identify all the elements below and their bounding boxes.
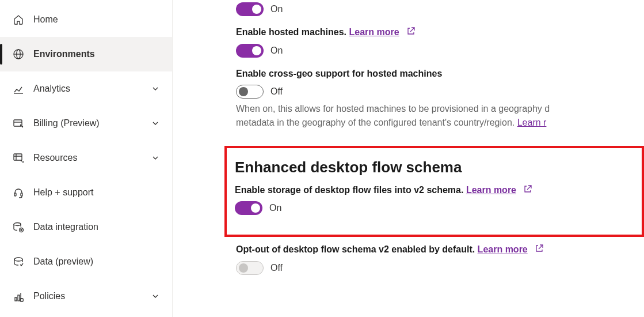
external-link-icon xyxy=(406,27,416,39)
sidebar-item-label: Environments xyxy=(33,49,159,59)
sidebar-item-help[interactable]: Help + support xyxy=(0,175,172,210)
highlighted-section: Enhanced desktop flow schema Enable stor… xyxy=(224,146,644,237)
setting-description: When on, this allows for hosted machines… xyxy=(236,102,644,130)
toggle-v2-schema[interactable] xyxy=(235,201,262,215)
learn-more-link[interactable]: Learn more xyxy=(466,185,516,195)
sidebar-item-label: Home xyxy=(33,14,159,25)
sidebar-item-label: Resources xyxy=(33,153,151,163)
data-preview-icon xyxy=(13,256,24,267)
sidebar-item-resources[interactable]: Resources xyxy=(0,141,172,175)
sidebar-item-billing[interactable]: Billing (Preview) xyxy=(0,106,172,141)
toggle-optout-v2 xyxy=(236,261,264,275)
chevron-down-icon xyxy=(151,119,159,127)
toggle-state-label: On xyxy=(270,4,283,14)
svg-point-10 xyxy=(14,223,21,226)
toggle-state-label: On xyxy=(269,203,281,213)
chevron-down-icon xyxy=(151,85,159,93)
svg-rect-5 xyxy=(14,154,22,160)
setting-label: Enable cross-geo support for hosted mach… xyxy=(236,68,644,80)
external-link-icon xyxy=(535,244,544,256)
setting-v2-schema: Enable storage of desktop flow files int… xyxy=(235,184,634,216)
toggle-state-label: On xyxy=(270,46,283,56)
resources-icon xyxy=(13,152,24,164)
svg-rect-9 xyxy=(21,193,22,196)
setting-row: On xyxy=(236,2,644,16)
setting-optout-v2: Opt-out of desktop flow schema v2 enable… xyxy=(236,244,644,275)
toggle-hosted-machines[interactable] xyxy=(236,44,264,58)
globe-icon xyxy=(13,48,24,60)
chevron-down-icon xyxy=(151,292,159,300)
learn-more-link[interactable]: Learn r xyxy=(517,118,547,127)
toggle-switch[interactable] xyxy=(236,2,264,16)
sidebar-item-home[interactable]: Home xyxy=(0,2,172,37)
sidebar-item-label: Policies xyxy=(33,291,151,301)
svg-point-12 xyxy=(14,258,22,261)
main-content: On Enable hosted machines. Learn more On… xyxy=(173,0,644,317)
svg-point-7 xyxy=(22,161,24,163)
toggle-state-label: Off xyxy=(270,263,283,273)
sidebar-item-policies[interactable]: Policies xyxy=(0,279,172,314)
sidebar-item-label: Billing (Preview) xyxy=(33,118,151,129)
svg-rect-14 xyxy=(18,295,20,301)
analytics-icon xyxy=(13,83,24,95)
billing-icon xyxy=(13,118,24,129)
toggle-state-label: Off xyxy=(270,86,283,97)
data-integration-icon xyxy=(13,221,24,233)
sidebar: Home Environments Analytics Billing (Pre… xyxy=(0,0,173,317)
learn-more-link[interactable]: Learn more xyxy=(349,27,399,37)
svg-rect-8 xyxy=(14,193,16,196)
sidebar-item-label: Help + support xyxy=(33,187,159,198)
svg-point-6 xyxy=(21,160,22,161)
setting-label: Opt-out of desktop flow schema v2 enable… xyxy=(236,244,644,256)
setting-label: Enable storage of desktop flow files int… xyxy=(235,184,634,197)
svg-rect-13 xyxy=(15,297,17,301)
sidebar-item-data-integration[interactable]: Data integration xyxy=(0,210,172,244)
sidebar-item-label: Data integration xyxy=(33,222,159,232)
svg-point-4 xyxy=(22,126,23,127)
setting-hosted-machines: Enable hosted machines. Learn more On xyxy=(236,27,644,58)
sidebar-item-data-preview[interactable]: Data (preview) xyxy=(0,244,172,279)
sidebar-item-label: Analytics xyxy=(33,84,151,94)
sidebar-item-environments[interactable]: Environments xyxy=(0,37,172,71)
chevron-down-icon xyxy=(151,154,159,162)
sidebar-item-analytics[interactable]: Analytics xyxy=(0,71,172,106)
setting-cross-geo: Enable cross-geo support for hosted mach… xyxy=(236,68,644,130)
learn-more-link[interactable]: Learn more xyxy=(478,245,528,255)
home-icon xyxy=(13,14,24,25)
section-title: Enhanced desktop flow schema xyxy=(235,158,634,176)
external-link-icon xyxy=(523,184,532,197)
headset-icon xyxy=(13,187,24,198)
setting-label: Enable hosted machines. Learn more xyxy=(236,27,644,39)
svg-point-3 xyxy=(20,124,21,126)
policies-icon xyxy=(13,290,24,302)
sidebar-item-label: Data (preview) xyxy=(33,256,159,267)
toggle-cross-geo[interactable] xyxy=(236,85,264,99)
